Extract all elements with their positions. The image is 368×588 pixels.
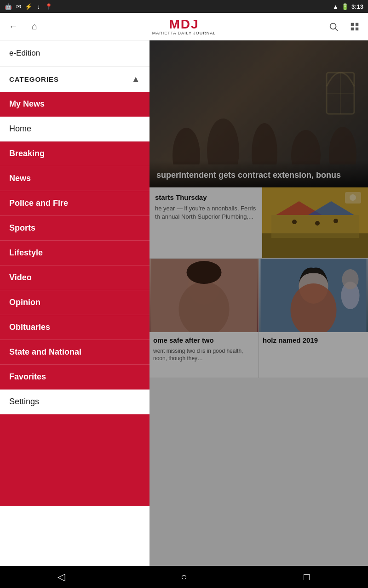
- sidebar-item-state-national[interactable]: State and National: [0, 340, 150, 365]
- sidebar: e-Edition CATEGORIES ▲ My News Home Brea…: [0, 40, 150, 566]
- sidebar-item-lifestyle[interactable]: Lifestyle: [0, 241, 150, 266]
- sidebar-item-favorites[interactable]: Favorites: [0, 365, 150, 390]
- app-bar: ← ⌂ MDJ Marietta Daily Journal: [0, 13, 368, 40]
- sidebar-item-sports[interactable]: Sports: [0, 216, 150, 241]
- app-bar-right: [325, 18, 363, 35]
- sidebar-item-breaking[interactable]: Breaking: [0, 141, 150, 166]
- location-icon: 📍: [45, 3, 52, 10]
- nav-home-button[interactable]: ○: [170, 567, 198, 587]
- sidebar-item-my-news[interactable]: My News: [0, 92, 150, 117]
- svg-rect-2: [351, 23, 354, 25]
- sidebar-collapse-button[interactable]: ▲: [131, 74, 140, 85]
- svg-line-1: [335, 28, 338, 31]
- svg-point-0: [330, 23, 336, 29]
- battery-icon: 🔋: [341, 3, 349, 10]
- app-logo: MDJ Marietta Daily Journal: [152, 18, 216, 35]
- status-bar-icons: 🤖 ✉ ⚡ ↓ 📍: [5, 3, 52, 10]
- grid-icon: [350, 22, 360, 32]
- main-layout: e-Edition CATEGORIES ▲ My News Home Brea…: [0, 40, 368, 566]
- nav-back-button[interactable]: ◁: [47, 567, 75, 587]
- back-button[interactable]: ←: [5, 18, 22, 35]
- content-overlay: [150, 40, 368, 566]
- svg-rect-3: [356, 23, 358, 25]
- sidebar-item-obituaries[interactable]: Obituaries: [0, 315, 150, 340]
- sidebar-item-opinion[interactable]: Opinion: [0, 290, 150, 315]
- search-button[interactable]: [325, 18, 342, 35]
- download-icon: ↓: [35, 3, 42, 10]
- nav-bar: ◁ ○ □: [0, 566, 368, 588]
- search-icon: [328, 22, 339, 32]
- grid-button[interactable]: [346, 18, 363, 35]
- sidebar-fill: [0, 414, 150, 506]
- sidebar-categories-header: CATEGORIES ▲: [0, 67, 150, 92]
- sidebar-item-settings[interactable]: Settings: [0, 390, 150, 414]
- home-button[interactable]: ⌂: [26, 18, 43, 35]
- android-icon: 🤖: [5, 3, 12, 10]
- logo-subtitle: Marietta Daily Journal: [152, 31, 216, 35]
- content-area: superintendent gets contract extension, …: [150, 40, 368, 566]
- clock: 3:13: [351, 3, 363, 10]
- app-bar-left: ← ⌂: [5, 18, 43, 35]
- sidebar-item-police-fire[interactable]: Police and Fire: [0, 191, 150, 216]
- usb-icon: ⚡: [25, 3, 32, 10]
- svg-rect-5: [356, 27, 358, 30]
- message-icon: ✉: [15, 3, 22, 10]
- sidebar-item-home[interactable]: Home: [0, 117, 150, 141]
- sidebar-item-video[interactable]: Video: [0, 266, 150, 290]
- status-bar-right: ▲ 🔋 3:13: [333, 3, 363, 10]
- wifi-icon: ▲: [333, 3, 339, 10]
- sidebar-categories-title: CATEGORIES: [9, 75, 59, 83]
- nav-recents-button[interactable]: □: [293, 567, 321, 587]
- logo-mdj: MDJ: [169, 18, 199, 31]
- status-bar: 🤖 ✉ ⚡ ↓ 📍 ▲ 🔋 3:13: [0, 0, 368, 13]
- svg-rect-4: [351, 27, 354, 30]
- sidebar-item-news[interactable]: News: [0, 166, 150, 191]
- sidebar-edition[interactable]: e-Edition: [0, 40, 150, 67]
